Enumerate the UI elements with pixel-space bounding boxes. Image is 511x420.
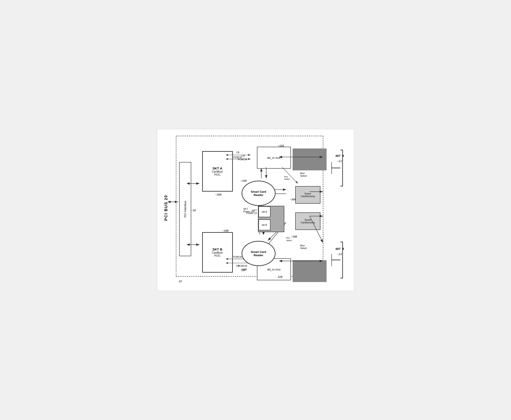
skt-b-sublabel: CardBus/PCIC xyxy=(212,251,223,257)
annotation-32a: ~32A xyxy=(278,144,284,148)
skt-a-inner-box: skt A xyxy=(258,206,271,217)
cb-label-top: CB xyxy=(242,154,245,157)
smart-card-sensing-a-box: SmartCardSensing xyxy=(295,186,320,204)
annotation-32b: 32B xyxy=(278,276,283,279)
annotation-36a: ~36A xyxy=(215,193,222,196)
annotation-38: ~38 xyxy=(191,209,196,212)
annotation-34a: ~34A xyxy=(240,180,247,183)
skt-a-box: SKT A CardBus/PCIC xyxy=(202,151,233,192)
smart-card-reader-b-label: Smart CardReader xyxy=(251,250,266,257)
skt-io-mux-b-label: skt_io mux xyxy=(267,268,281,271)
skt-b-inner-box: skt B xyxy=(258,219,271,230)
annotation-36b: ~36B xyxy=(222,230,229,232)
skt-power-ctl-text: SKTPower Ctl xyxy=(243,208,254,213)
shadow-mux-a xyxy=(293,149,327,170)
pcmcia-label-bottom: PCMCIA xyxy=(238,264,247,267)
cb-label-bottom: CB xyxy=(242,269,245,271)
smart-card-sensing-b-box: SmartCardSensing xyxy=(295,212,320,230)
skt-a-sublabel: CardBus/PCIC xyxy=(212,170,223,176)
skt-io-mux-a-box: skt_io mux xyxy=(257,147,291,169)
pcmcia-label-top: PCMCIA xyxy=(238,158,247,161)
smart-card-reader-a-label: Smart CardReader xyxy=(251,190,266,197)
skt-b-box: SKT B CardBus/PCIC xyxy=(202,232,233,273)
mux-select-bottom-label: MuxSelect xyxy=(300,244,307,249)
pci-bus-label: PCI BUS 20 xyxy=(164,195,168,221)
annotation-30b: ~30B xyxy=(291,235,297,239)
smart-card-sensing-b-label: SmartCardSensing xyxy=(301,218,315,224)
diagram-page: PCI BUS 20 10 PCI Interface ~38 skt_io m… xyxy=(157,129,354,291)
diagram-container: PCI BUS 20 10 PCI Interface ~38 skt_io m… xyxy=(164,134,347,286)
smart-card-reader-b: Smart CardReader xyxy=(242,241,276,266)
skt-connector-b-svg xyxy=(331,241,347,279)
annotation-10: 10 xyxy=(179,280,182,283)
smart-card-sensing-a-label: SmartCardSensing xyxy=(301,192,315,197)
pci-interface-box: PCI Interface xyxy=(179,162,191,256)
annotation-30a: ~30A xyxy=(290,198,296,201)
skt-a-right-ref: ~12 xyxy=(337,160,342,163)
skt-io-mux-a-label: skt_io mux xyxy=(267,156,281,159)
skt-b-label: SKT B xyxy=(212,248,222,251)
skt-b-right-label: SKT B xyxy=(335,248,344,251)
shadow-mux-b xyxy=(293,260,327,282)
smart-card-reader-a: Smart CardReader xyxy=(242,181,276,206)
skt-a-label: SKT A xyxy=(212,166,222,170)
skt-b-right-ref: ~14 xyxy=(337,253,342,256)
skt-a-inner-label: skt A xyxy=(262,210,267,213)
pci-interface-label: PCI Interface xyxy=(184,201,187,218)
mux-select-top-label: MuxSelect xyxy=(300,172,307,177)
skt-a-right-label: SKT A xyxy=(335,154,344,158)
skt-b-inner-label: skt B xyxy=(262,224,267,226)
